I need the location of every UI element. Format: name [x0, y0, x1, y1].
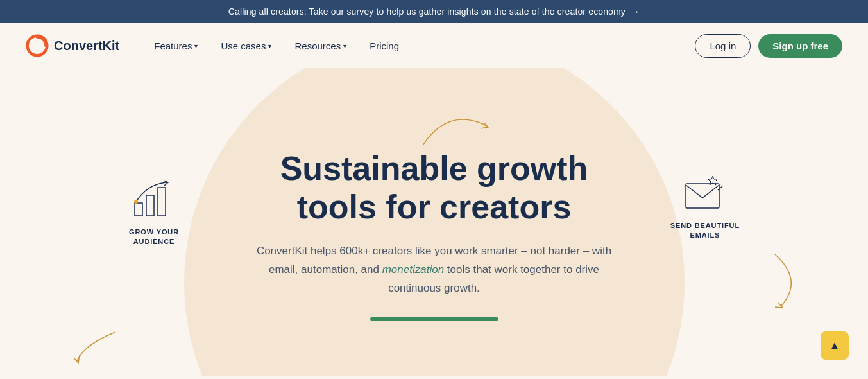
back-to-top-button[interactable]: ▲	[821, 331, 849, 360]
navbar: ConvertKit Features ▾ Use cases ▾ Resour…	[0, 23, 868, 68]
hero-subtitle: ConvertKit helps 600k+ creators like you…	[248, 242, 620, 298]
announcement-banner[interactable]: Calling all creators: Take our survey to…	[0, 0, 868, 23]
hero-content: Sustainable growth tools for creators Co…	[235, 111, 633, 333]
svg-rect-1	[135, 203, 142, 216]
logo-link[interactable]: ConvertKit	[26, 34, 119, 57]
curved-arrow-left-bottom	[71, 326, 122, 367]
hero-title: Sustainable growth tools for creators	[248, 150, 620, 227]
nav-pricing-label: Pricing	[370, 40, 399, 51]
back-to-top-icon: ▲	[829, 339, 840, 353]
chevron-down-icon: ▾	[194, 42, 198, 49]
nav-use-cases[interactable]: Use cases ▾	[212, 35, 280, 57]
banner-arrow: →	[631, 6, 640, 17]
nav-pricing[interactable]: Pricing	[361, 35, 408, 57]
feature-send-emails: SEND BEAUTIFUL EMAILS	[670, 171, 740, 241]
hero-section: GROW YOUR AUDIENCE SEND BEAUTIFUL EMAILS…	[0, 68, 868, 376]
banner-text: Calling all creators: Take our survey to…	[228, 6, 625, 17]
svg-rect-2	[146, 195, 154, 216]
logo-text: ConvertKit	[54, 39, 119, 53]
cta-underline-decoration	[370, 317, 498, 321]
nav-resources[interactable]: Resources ▾	[285, 35, 355, 57]
logo-icon	[26, 34, 49, 57]
login-button[interactable]: Log in	[695, 34, 751, 58]
nav-resources-label: Resources	[294, 40, 341, 51]
nav-use-cases-label: Use cases	[221, 40, 266, 51]
curved-arrow-right-bottom	[769, 248, 807, 315]
chevron-down-icon: ▾	[343, 42, 346, 49]
chevron-down-icon: ▾	[268, 42, 271, 49]
svg-rect-5	[686, 184, 719, 208]
nav-actions: Log in Sign up free	[695, 34, 842, 58]
hero-cta-bar	[248, 317, 620, 321]
nav-features-label: Features	[154, 40, 192, 51]
svg-rect-3	[158, 188, 166, 216]
nav-links: Features ▾ Use cases ▾ Resources ▾ Prici…	[145, 35, 695, 57]
grow-audience-icon	[128, 177, 180, 222]
nav-features[interactable]: Features ▾	[145, 35, 207, 57]
send-emails-label: SEND BEAUTIFUL EMAILS	[670, 221, 740, 241]
feature-grow-audience: GROW YOUR AUDIENCE	[128, 177, 180, 247]
hero-subtitle-highlight: monetization	[382, 263, 444, 276]
send-emails-icon	[681, 171, 729, 216]
signup-button[interactable]: Sign up free	[758, 34, 842, 58]
grow-audience-label: GROW YOUR AUDIENCE	[128, 227, 180, 247]
svg-point-4	[134, 200, 138, 204]
